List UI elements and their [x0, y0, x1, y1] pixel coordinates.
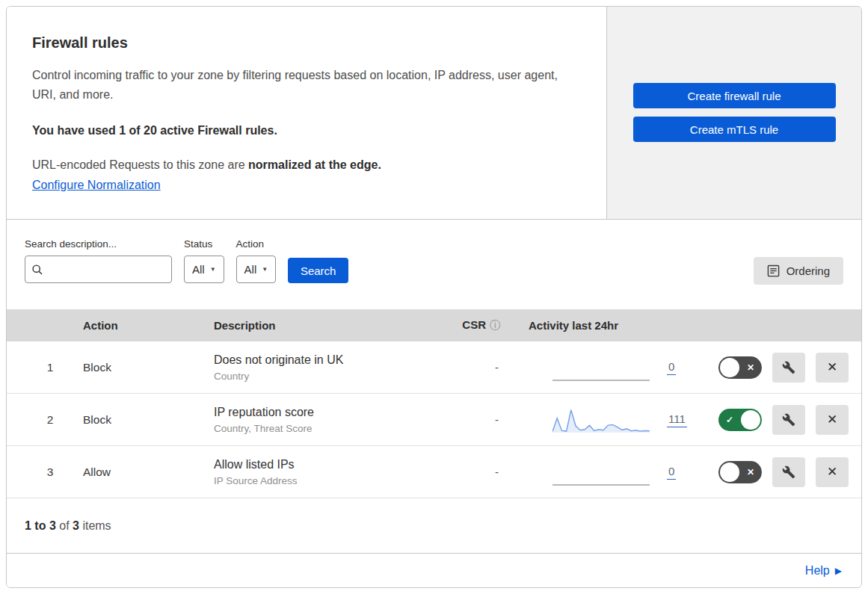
rule-priority: 2 [7, 413, 77, 427]
delete-rule-button[interactable]: ✕ [816, 405, 849, 435]
pagination-of: of [56, 519, 73, 533]
description-column-header: Description [208, 319, 451, 332]
rule-activity-cell: 0 [523, 457, 687, 487]
pagination-summary: 1 to 3 of 3 items [7, 498, 861, 554]
activity-sparkline [552, 405, 650, 435]
actions-panel: Create firewall rule Create mTLS rule [606, 7, 861, 219]
create-mtls-rule-button[interactable]: Create mTLS rule [633, 117, 836, 142]
page-title: Firewall rules [32, 34, 576, 52]
status-filter-value: All [192, 263, 205, 276]
close-icon: ✕ [827, 464, 837, 480]
status-filter-group: Status All ▼ [184, 238, 224, 283]
rule-description: Does not originate in UK [214, 353, 451, 367]
action-filter-dropdown[interactable]: All ▼ [236, 256, 277, 283]
rule-action: Allow [77, 465, 208, 479]
rule-description-cell: IP reputation score Country, Threat Scor… [208, 406, 451, 434]
normalization-note-text: URL-encoded Requests to this zone are [32, 158, 248, 171]
activity-count-link[interactable]: 0 [667, 465, 676, 480]
toggle-state-icon: ✓ [726, 415, 733, 425]
table-row: 1 Block Does not originate in UK Country… [7, 341, 861, 394]
rule-csr: - [451, 413, 523, 426]
info-icon[interactable]: ⓘ [490, 319, 500, 331]
rule-action: Block [77, 361, 208, 374]
filter-toolbar: Search description... Status All ▼ Actio… [7, 220, 861, 309]
create-firewall-rule-button[interactable]: Create firewall rule [633, 83, 836, 108]
close-icon: ✕ [827, 359, 837, 375]
pagination-range: 1 to 3 [25, 519, 56, 533]
rule-fields: Country [214, 371, 451, 382]
wrench-icon [782, 413, 795, 427]
rule-controls: ✓ ✕ [687, 405, 861, 435]
rule-enable-toggle[interactable]: ✕ [718, 356, 762, 379]
rule-enable-toggle[interactable]: ✕ [718, 461, 762, 483]
edit-rule-button[interactable] [772, 457, 805, 487]
toggle-knob [720, 462, 739, 482]
header-section: Firewall rules Control incoming traffic … [7, 7, 861, 220]
action-column-header: Action [77, 319, 208, 332]
pagination-total: 3 [73, 519, 79, 533]
help-link-label: Help [805, 564, 830, 578]
rule-priority: 3 [7, 465, 77, 479]
rule-description: IP reputation score [214, 406, 451, 419]
action-filter-group: Action All ▼ [236, 238, 277, 283]
edit-rule-button[interactable] [772, 405, 805, 435]
activity-count-link[interactable]: 111 [667, 412, 687, 427]
normalization-note: URL-encoded Requests to this zone are no… [32, 158, 576, 172]
wrench-icon [782, 465, 795, 479]
list-document-icon [767, 264, 780, 277]
edit-rule-button[interactable] [772, 353, 805, 383]
rule-controls: ✕ ✕ [687, 353, 861, 383]
firewall-rules-card: Firewall rules Control incoming traffic … [6, 6, 862, 588]
configure-normalization-link[interactable]: Configure Normalization [32, 179, 161, 191]
search-group: Search description... [25, 238, 172, 283]
rule-controls: ✕ ✕ [687, 457, 861, 487]
rule-fields: IP Source Address [214, 475, 451, 486]
toggle-knob [720, 358, 739, 377]
rule-enable-toggle[interactable]: ✓ [718, 409, 762, 431]
rule-description: Allow listed IPs [214, 458, 451, 471]
table-header: Action Description CSRⓘ Activity last 24… [7, 309, 861, 341]
chevron-down-icon: ▼ [262, 266, 268, 273]
pagination-items: items [79, 519, 111, 533]
action-filter-value: All [244, 263, 257, 276]
toggle-state-icon: ✕ [747, 467, 754, 477]
toggle-state-icon: ✕ [747, 362, 754, 373]
ordering-button-label: Ordering [787, 264, 830, 277]
rule-description-cell: Allow listed IPs IP Source Address [208, 458, 451, 486]
delete-rule-button[interactable]: ✕ [816, 457, 849, 487]
help-bar: Help ▶ [7, 554, 861, 588]
header-text-area: Firewall rules Control incoming traffic … [7, 7, 606, 219]
search-input[interactable] [49, 263, 165, 276]
wrench-icon [782, 361, 795, 374]
activity-count-link[interactable]: 0 [667, 360, 676, 375]
activity-sparkline [552, 457, 650, 487]
chevron-down-icon: ▼ [210, 266, 216, 273]
search-button[interactable]: Search [288, 258, 348, 283]
toggle-knob [741, 410, 760, 430]
page-description: Control incoming traffic to your zone by… [32, 66, 567, 105]
search-label: Search description... [25, 238, 172, 250]
search-box[interactable] [25, 256, 172, 283]
action-label: Action [236, 238, 277, 250]
arrow-right-icon: ▶ [835, 566, 842, 576]
ordering-button[interactable]: Ordering [754, 257, 843, 285]
status-label: Status [184, 238, 224, 250]
rule-activity-cell: 0 [523, 353, 687, 383]
table-row: 2 Block IP reputation score Country, Thr… [7, 394, 861, 446]
close-icon: ✕ [827, 412, 837, 427]
rule-fields: Country, Threat Score [214, 423, 451, 434]
delete-rule-button[interactable]: ✕ [816, 353, 849, 383]
normalization-note-bold: normalized at the edge. [248, 158, 381, 171]
rule-action: Block [77, 413, 208, 427]
rule-priority: 1 [7, 361, 77, 374]
activity-sparkline [552, 353, 650, 383]
rule-csr: - [451, 361, 523, 374]
table-row: 3 Allow Allow listed IPs IP Source Addre… [7, 446, 861, 498]
search-icon [31, 264, 43, 276]
rule-description-cell: Does not originate in UK Country [208, 353, 451, 382]
help-link[interactable]: Help ▶ [805, 564, 842, 578]
usage-summary: You have used 1 of 20 active Firewall ru… [32, 124, 576, 137]
csr-column-header: CSRⓘ [451, 318, 523, 332]
rule-csr: - [451, 465, 523, 478]
status-filter-dropdown[interactable]: All ▼ [184, 256, 224, 283]
